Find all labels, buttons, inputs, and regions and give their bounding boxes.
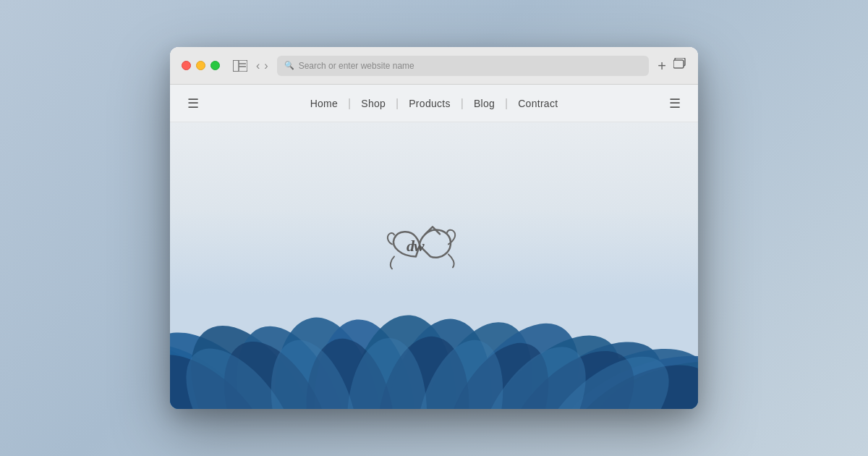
svg-text:dw: dw [407, 237, 425, 255]
nav-item-contract[interactable]: Contract [508, 98, 568, 109]
tab-overview-button[interactable] [673, 58, 686, 73]
nav-links: Home | Shop | Products | Blog | Contract [300, 98, 569, 109]
hero-section: dw [170, 122, 698, 409]
nav-arrows: ‹ › [256, 60, 268, 72]
sidebar-toggle-icon[interactable] [233, 60, 247, 72]
svg-rect-1 [233, 60, 247, 72]
nav-item-shop[interactable]: Shop [351, 98, 396, 109]
website-content: ☰ Home | Shop | Products | Blog | Contra… [170, 85, 698, 409]
browser-chrome: ‹ › 🔍 Search or enter website name + [170, 47, 698, 85]
browser-window: ‹ › 🔍 Search or enter website name + ☰ H… [170, 47, 698, 409]
close-button[interactable] [182, 61, 191, 70]
address-placeholder: Search or enter website name [299, 61, 414, 71]
address-bar[interactable]: 🔍 Search or enter website name [277, 56, 650, 76]
nav-item-blog[interactable]: Blog [464, 98, 505, 109]
nav-item-home[interactable]: Home [300, 98, 348, 109]
forward-button[interactable]: › [264, 60, 268, 72]
hamburger-right-icon[interactable]: ☰ [669, 97, 681, 110]
dw-logo: dw [376, 216, 492, 289]
logo-container: dw [376, 216, 492, 292]
minimize-button[interactable] [196, 61, 205, 70]
new-tab-button[interactable]: + [658, 59, 666, 73]
hamburger-left-icon[interactable]: ☰ [187, 97, 199, 110]
svg-rect-0 [233, 60, 239, 72]
search-icon: 🔍 [284, 61, 294, 70]
maximize-button[interactable] [210, 61, 220, 70]
nav-item-products[interactable]: Products [399, 98, 461, 109]
browser-actions: + [658, 58, 686, 73]
site-nav: ☰ Home | Shop | Products | Blog | Contra… [170, 85, 698, 122]
back-button[interactable]: ‹ [256, 60, 260, 72]
svg-rect-5 [673, 60, 684, 68]
traffic-lights [182, 61, 220, 70]
